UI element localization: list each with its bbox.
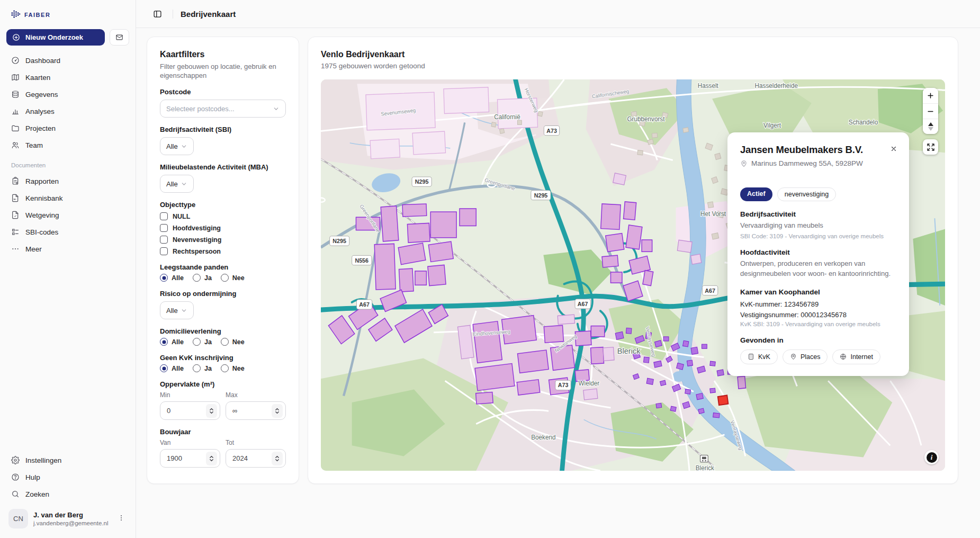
domicilie-label: Domicilieverlening bbox=[160, 327, 286, 335]
radio-geenkvk-ja[interactable] bbox=[193, 364, 201, 372]
main-area: Bedrijvenkaart Kaartfilters Filter gebou… bbox=[136, 0, 980, 538]
map-place-label: Hasselderheide bbox=[755, 82, 798, 89]
checkbox-rechtspersoon[interactable] bbox=[160, 247, 168, 255]
radio-domicilie-alle[interactable] bbox=[160, 338, 168, 346]
radio-domicilie-ja[interactable] bbox=[193, 338, 201, 346]
sidebar-item-kaarten[interactable]: Kaarten bbox=[6, 69, 129, 86]
source-chip-places[interactable]: Places bbox=[783, 349, 828, 364]
road-shield: A67 bbox=[359, 301, 370, 308]
sidebar-item-kennisbank[interactable]: Kennisbank bbox=[6, 190, 129, 207]
content: Kaartfilters Filter gebouwen op locatie,… bbox=[136, 28, 980, 538]
sidebar-item-meer[interactable]: Meer bbox=[6, 240, 129, 257]
ondermijning-label: Risico op ondermijning bbox=[160, 290, 286, 298]
selected-building-marker[interactable] bbox=[718, 396, 729, 406]
radio-geenkvk-nee[interactable] bbox=[221, 364, 229, 372]
leegstand-label: Leegstaande panden bbox=[160, 263, 286, 271]
sidebar-item-rapporten[interactable]: Rapporten bbox=[6, 173, 129, 190]
user-row[interactable]: CN J. van der Berg j.vandenberg@gemeente… bbox=[6, 503, 129, 528]
map-subtitle: 1975 gebouwen worden getoond bbox=[321, 62, 945, 70]
stepper-icon[interactable] bbox=[272, 452, 283, 465]
tot-label: Tot bbox=[226, 439, 286, 446]
stepper-icon[interactable] bbox=[206, 404, 217, 418]
help-circle-icon bbox=[11, 473, 20, 481]
road-shield: N556 bbox=[355, 257, 368, 263]
radio-geenkvk-alle[interactable] bbox=[160, 364, 168, 372]
search-icon bbox=[11, 490, 20, 498]
sidebar-item-hulp[interactable]: Hulp bbox=[6, 469, 129, 486]
oppervlakte-max-input[interactable]: ∞ bbox=[226, 401, 286, 420]
popup-address: Marinus Dammeweg 55A, 5928PW bbox=[751, 159, 863, 167]
map-info-button[interactable]: i bbox=[924, 450, 939, 464]
sidebar-item-sbi-codes[interactable]: SBI-codes bbox=[6, 223, 129, 240]
zoom-in-button[interactable] bbox=[923, 88, 938, 103]
minus-icon bbox=[927, 107, 934, 115]
globe-icon bbox=[840, 353, 847, 360]
radio-leegstand-alle[interactable] bbox=[160, 274, 168, 282]
expand-icon bbox=[927, 143, 935, 151]
bar-chart-icon bbox=[11, 107, 20, 115]
sidebar-item-wetgeving[interactable]: Wetgeving bbox=[6, 207, 129, 223]
sidebar-toggle-button[interactable] bbox=[149, 6, 165, 22]
popup-title: Jansen Meubelmakers B.V. bbox=[740, 144, 896, 156]
sidebar-nav: Dashboard Kaarten Gegevens Analyses Proj… bbox=[6, 52, 129, 154]
activity-sbi: SBI Code: 3109 - Vervaardiging van overi… bbox=[740, 233, 896, 239]
oppervlakte-label: Oppervlakte (m²) bbox=[160, 380, 286, 388]
sidebar-item-zoeken[interactable]: Zoeken bbox=[6, 486, 129, 503]
postcode-select[interactable]: Selecteer postcodes... bbox=[160, 100, 286, 118]
filter-panel: Kaartfilters Filter gebouwen op locatie,… bbox=[147, 37, 299, 484]
sidebar-item-gegevens[interactable]: Gegevens bbox=[6, 86, 129, 103]
radio-leegstand-nee[interactable] bbox=[221, 274, 229, 282]
sidebar-item-analyses[interactable]: Analyses bbox=[6, 103, 129, 120]
map-place-label: Vilgert bbox=[763, 122, 781, 129]
bouwjaar-van-input[interactable]: 1900 bbox=[160, 449, 220, 468]
activity-text: Vervaardiging van meubels bbox=[740, 221, 896, 231]
sidebar-item-projecten[interactable]: Projecten bbox=[6, 120, 129, 137]
chevron-down-icon bbox=[181, 307, 187, 314]
road-shield: A67 bbox=[705, 287, 715, 293]
sidebar-item-dashboard[interactable]: Dashboard bbox=[6, 52, 129, 69]
close-button[interactable] bbox=[888, 143, 900, 156]
bouwjaar-tot-input[interactable]: 2024 bbox=[226, 449, 286, 468]
radio-leegstand-ja[interactable] bbox=[193, 274, 201, 282]
tilt-control-button[interactable] bbox=[923, 119, 938, 134]
ellipsis-icon bbox=[11, 245, 20, 253]
gauge-icon bbox=[11, 56, 20, 65]
fullscreen-button[interactable] bbox=[923, 139, 938, 155]
sidebar-item-instellingen[interactable]: Instellingen bbox=[6, 452, 129, 469]
list-icon bbox=[11, 228, 20, 236]
gear-icon bbox=[11, 456, 20, 464]
sbi-select[interactable]: Alle bbox=[160, 137, 194, 155]
map-place-label: Blerick bbox=[696, 464, 714, 471]
checkbox-null[interactable] bbox=[160, 212, 168, 220]
map-title: Venlo Bedrijvenkaart bbox=[321, 50, 945, 59]
stepper-icon[interactable] bbox=[272, 404, 283, 418]
filters-title: Kaartfilters bbox=[160, 50, 286, 59]
radio-domicilie-nee[interactable] bbox=[221, 338, 229, 346]
sidebar-item-team[interactable]: Team bbox=[6, 137, 129, 154]
chevron-down-icon bbox=[181, 181, 187, 187]
mba-select[interactable]: Alle bbox=[160, 175, 194, 193]
chevron-down-icon bbox=[181, 143, 187, 150]
clipboard-icon bbox=[11, 177, 20, 185]
user-menu-button[interactable] bbox=[115, 512, 127, 525]
pin-icon bbox=[740, 160, 748, 167]
source-chip-kvk[interactable]: KvK bbox=[740, 349, 778, 364]
min-label: Min bbox=[160, 391, 220, 399]
stepper-icon[interactable] bbox=[206, 452, 217, 465]
zoom-out-button[interactable] bbox=[923, 103, 938, 119]
folder-icon bbox=[11, 124, 20, 132]
road-shield: N295 bbox=[534, 192, 548, 198]
pin-icon bbox=[790, 353, 797, 360]
kvk-number: KvK-nummer: 123456789 bbox=[740, 300, 896, 308]
header: Bedrijvenkaart bbox=[136, 0, 980, 28]
mail-button[interactable] bbox=[110, 29, 129, 46]
main-activity-text: Ontwerpen, produceren en verkopen van de… bbox=[740, 259, 896, 279]
ondermijning-select[interactable]: Alle bbox=[160, 301, 194, 319]
users-icon bbox=[11, 141, 20, 149]
checkbox-nevenvestiging[interactable] bbox=[160, 236, 168, 244]
source-chip-internet[interactable]: Internet bbox=[832, 349, 880, 364]
oppervlakte-min-input[interactable]: 0 bbox=[160, 401, 220, 420]
sidebar-footer-nav: Instellingen Hulp Zoeken bbox=[6, 452, 129, 503]
new-research-button[interactable]: Nieuw Onderzoek bbox=[6, 29, 105, 46]
checkbox-hoofdvestiging[interactable] bbox=[160, 224, 168, 232]
